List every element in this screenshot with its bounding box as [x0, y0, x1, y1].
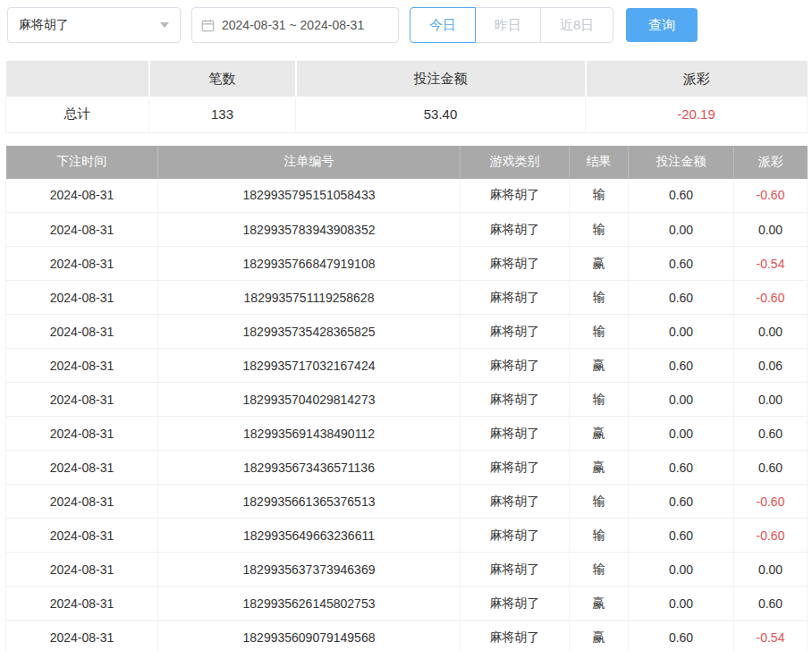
- bet-time-cell: 2024-08-31: [6, 485, 158, 519]
- game-type-cell: 麻将胡了: [461, 553, 570, 587]
- header-bet-time: 下注时间: [6, 146, 158, 179]
- today-button[interactable]: 今日: [410, 7, 476, 43]
- bet-amount-cell: 0.60: [629, 349, 734, 383]
- bet-amount-cell: 0.60: [629, 621, 734, 651]
- table-row: 2024-08-311829935691438490112麻将胡了赢0.000.…: [6, 417, 808, 451]
- game-type-cell: 麻将胡了: [461, 451, 570, 485]
- bet-amount-cell: 0.60: [629, 247, 734, 281]
- game-type-cell: 麻将胡了: [461, 349, 570, 383]
- records-header-row: 下注时间 注单编号 游戏类别 结果 投注金额 派彩: [6, 146, 808, 179]
- bet-amount-cell: 0.60: [629, 281, 734, 315]
- payout-cell: -0.54: [734, 621, 808, 651]
- bet-time-cell: 2024-08-31: [6, 553, 158, 587]
- bet-time-cell: 2024-08-31: [6, 383, 158, 417]
- result-cell: 输: [570, 553, 629, 587]
- summary-header-empty: [6, 61, 149, 97]
- header-bet-id: 注单编号: [158, 146, 461, 179]
- result-cell: 赢: [570, 349, 629, 383]
- result-cell: 赢: [570, 621, 629, 651]
- last-8-days-button[interactable]: 近8日: [540, 7, 613, 43]
- yesterday-button[interactable]: 昨日: [475, 7, 541, 43]
- bet-id-cell: 1829935626145802753: [158, 587, 461, 621]
- bet-time-cell: 2024-08-31: [6, 247, 158, 281]
- game-type-cell: 麻将胡了: [461, 417, 570, 451]
- table-row: 2024-08-311829935751119258628麻将胡了输0.60-0…: [6, 281, 808, 315]
- bet-time-cell: 2024-08-31: [6, 417, 158, 451]
- bet-amount-cell: 0.00: [629, 213, 734, 247]
- game-type-cell: 麻将胡了: [461, 281, 570, 315]
- bet-id-cell: 1829935751119258628: [158, 281, 461, 315]
- table-row: 2024-08-311829935717032167424麻将胡了赢0.600.…: [6, 349, 808, 383]
- quick-date-buttons: 今日 昨日 近8日: [410, 7, 613, 43]
- table-row: 2024-08-311829935673436571136麻将胡了赢0.600.…: [6, 451, 808, 485]
- bet-amount-cell: 0.60: [629, 485, 734, 519]
- date-range-value: 2024-08-31 ~ 2024-08-31: [222, 18, 364, 32]
- table-row: 2024-08-311829935704029814273麻将胡了输0.000.…: [6, 383, 808, 417]
- bet-id-cell: 1829935704029814273: [158, 383, 461, 417]
- table-row: 2024-08-311829935735428365825麻将胡了输0.000.…: [6, 315, 808, 349]
- result-cell: 输: [570, 485, 629, 519]
- bet-id-cell: 1829935691438490112: [158, 417, 461, 451]
- summary-count-value: 133: [149, 97, 296, 132]
- bet-id-cell: 1829935766847919108: [158, 247, 461, 281]
- bet-id-cell: 1829935783943908352: [158, 213, 461, 247]
- bet-amount-cell: 0.00: [629, 587, 734, 621]
- game-type-cell: 麻将胡了: [461, 587, 570, 621]
- bet-id-cell: 1829935661365376513: [158, 485, 461, 519]
- game-type-cell: 麻将胡了: [461, 315, 570, 349]
- bet-time-cell: 2024-08-31: [6, 519, 158, 553]
- result-cell: 赢: [570, 247, 629, 281]
- summary-payout-value: -20.19: [586, 97, 808, 132]
- payout-cell: 0.06: [734, 349, 808, 383]
- bet-time-cell: 2024-08-31: [6, 621, 158, 651]
- bet-id-cell: 1829935673436571136: [158, 451, 461, 485]
- game-type-cell: 麻将胡了: [461, 383, 570, 417]
- bet-amount-cell: 0.00: [629, 417, 734, 451]
- game-type-cell: 麻将胡了: [461, 519, 570, 553]
- table-row: 2024-08-311829935766847919108麻将胡了赢0.60-0…: [6, 247, 808, 281]
- payout-cell: 0.00: [734, 383, 808, 417]
- header-game-type: 游戏类别: [461, 146, 570, 179]
- result-cell: 赢: [570, 451, 629, 485]
- game-type-cell: 麻将胡了: [461, 247, 570, 281]
- result-cell: 输: [570, 383, 629, 417]
- date-range-input[interactable]: 2024-08-31 ~ 2024-08-31: [191, 7, 399, 43]
- table-row: 2024-08-311829935649663236611麻将胡了输0.60-0…: [6, 519, 808, 553]
- game-select[interactable]: 麻将胡了: [7, 7, 181, 43]
- payout-cell: 0.60: [734, 587, 808, 621]
- payout-cell: 0.00: [734, 553, 808, 587]
- header-payout: 派彩: [734, 146, 808, 179]
- result-cell: 输: [570, 179, 629, 213]
- bet-id-cell: 1829935637373946369: [158, 553, 461, 587]
- game-type-cell: 麻将胡了: [461, 213, 570, 247]
- query-button[interactable]: 查询: [626, 8, 698, 42]
- summary-total-label: 总计: [6, 97, 149, 132]
- payout-cell: 0.00: [734, 315, 808, 349]
- bet-time-cell: 2024-08-31: [6, 281, 158, 315]
- summary-bet-amount-value: 53.40: [296, 97, 586, 132]
- result-cell: 赢: [570, 587, 629, 621]
- records-table: 下注时间 注单编号 游戏类别 结果 投注金额 派彩 2024-08-311829…: [5, 146, 808, 651]
- bet-amount-cell: 0.00: [629, 383, 734, 417]
- bet-id-cell: 1829935609079149568: [158, 621, 461, 651]
- bet-id-cell: 1829935795151058433: [158, 179, 461, 213]
- table-row: 2024-08-311829935795151058433麻将胡了输0.60-0…: [6, 179, 808, 213]
- table-row: 2024-08-311829935609079149568麻将胡了赢0.60-0…: [6, 621, 808, 651]
- bet-amount-cell: 0.60: [629, 451, 734, 485]
- payout-cell: 0.60: [734, 417, 808, 451]
- filter-bar: 麻将胡了 2024-08-31 ~ 2024-08-31 今日 昨日 近8日 查…: [7, 7, 805, 43]
- summary-header-count: 笔数: [149, 61, 296, 97]
- payout-cell: -0.60: [734, 179, 808, 213]
- game-type-cell: 麻将胡了: [461, 621, 570, 651]
- chevron-down-icon: [160, 22, 169, 28]
- bet-time-cell: 2024-08-31: [6, 451, 158, 485]
- result-cell: 输: [570, 281, 629, 315]
- bet-time-cell: 2024-08-31: [6, 587, 158, 621]
- bet-time-cell: 2024-08-31: [6, 179, 158, 213]
- payout-cell: -0.60: [734, 485, 808, 519]
- result-cell: 输: [570, 213, 629, 247]
- bet-id-cell: 1829935717032167424: [158, 349, 461, 383]
- bet-time-cell: 2024-08-31: [6, 315, 158, 349]
- bet-amount-cell: 0.60: [629, 519, 734, 553]
- bet-amount-cell: 0.00: [629, 553, 734, 587]
